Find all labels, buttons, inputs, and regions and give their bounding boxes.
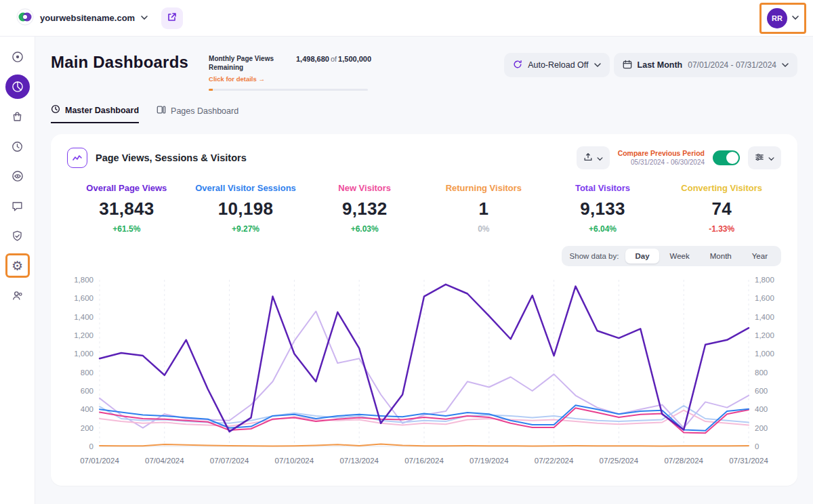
account-menu[interactable]: RR xyxy=(759,3,806,34)
svg-text:1,800: 1,800 xyxy=(755,276,774,284)
chart-area[interactable]: 07/01/202407/04/202407/07/202407/10/2024… xyxy=(67,273,781,474)
svg-text:07/28/2024: 07/28/2024 xyxy=(664,457,703,465)
svg-text:07/16/2024: 07/16/2024 xyxy=(404,457,444,465)
svg-text:1,200: 1,200 xyxy=(755,331,774,339)
tab-pages-dashboard[interactable]: Pages Dashboard xyxy=(157,104,238,123)
svg-text:07/10/2024: 07/10/2024 xyxy=(275,457,314,465)
svg-text:1,000: 1,000 xyxy=(74,350,93,358)
granularity-week[interactable]: Week xyxy=(661,249,699,264)
compare-label: Compare Previous Period xyxy=(618,148,705,158)
svg-text:07/22/2024: 07/22/2024 xyxy=(535,457,574,465)
metric-delta: +9.27% xyxy=(186,224,306,234)
external-link-icon xyxy=(167,12,177,24)
quota-progress-fill xyxy=(209,89,213,91)
compare-range: 05/31/2024 - 06/30/2024 xyxy=(618,158,705,167)
calendar-icon xyxy=(623,60,632,71)
sliders-icon xyxy=(755,152,764,164)
metric-value: 1 xyxy=(424,198,543,219)
shield-check-icon xyxy=(11,230,24,243)
metric-delta: +6.04% xyxy=(543,224,663,234)
main-content: Main Dashboards Monthly Page Views Remai… xyxy=(35,37,813,504)
svg-text:600: 600 xyxy=(755,387,768,395)
chart-svg: 07/01/202407/04/202407/07/202407/10/2024… xyxy=(67,273,781,471)
sidebar-item-settings[interactable]: ⚙ xyxy=(5,253,30,278)
sidebar-item-security[interactable] xyxy=(5,224,30,248)
granularity-year[interactable]: Year xyxy=(743,249,777,264)
svg-text:0: 0 xyxy=(89,442,93,450)
compare-toggle[interactable] xyxy=(713,150,740,165)
tab-master-dashboard[interactable]: Master Dashboard xyxy=(51,104,139,123)
dashboard-pie-icon xyxy=(11,80,24,93)
metric-overall-page-views[interactable]: Overall Page Views 31,843 +61.5% xyxy=(67,183,186,234)
svg-text:07/19/2024: 07/19/2024 xyxy=(470,457,509,465)
metric-delta: +6.03% xyxy=(305,224,424,234)
quota-block: Monthly Page Views Remaining Click for d… xyxy=(209,54,371,91)
svg-text:07/01/2024: 07/01/2024 xyxy=(80,457,119,465)
chart-settings-button[interactable] xyxy=(748,146,781,169)
sidebar-item-history[interactable] xyxy=(5,134,30,159)
metric-delta: -1.33% xyxy=(662,224,781,234)
columns-icon xyxy=(157,105,166,117)
granularity-day[interactable]: Day xyxy=(625,249,659,264)
svg-text:1,000: 1,000 xyxy=(755,350,774,358)
metric-returning-visitors[interactable]: Returning Visitors 1 0% xyxy=(424,183,543,234)
history-icon xyxy=(11,140,24,153)
svg-text:07/25/2024: 07/25/2024 xyxy=(600,457,639,465)
svg-text:07/04/2024: 07/04/2024 xyxy=(145,457,184,465)
metric-label: Overall Page Views xyxy=(67,183,186,193)
open-site-button[interactable] xyxy=(161,7,183,29)
metric-overall-visitor-sessions[interactable]: Overall Visitor Sessions 10,198 +9.27% xyxy=(186,183,306,234)
metric-value: 9,133 xyxy=(543,198,663,219)
svg-text:1,400: 1,400 xyxy=(755,313,774,321)
sidebar-item-store[interactable] xyxy=(5,104,30,129)
metric-label: Returning Visitors xyxy=(424,183,543,193)
disc-icon xyxy=(11,50,24,64)
svg-text:600: 600 xyxy=(81,387,93,395)
sidebar: ⚙ xyxy=(0,37,35,504)
app-logo-icon xyxy=(16,8,34,28)
metric-label: New Visitors xyxy=(305,183,424,193)
export-icon xyxy=(583,152,593,164)
show-data-by-label: Show data by: xyxy=(566,252,625,260)
avatar[interactable]: RR xyxy=(767,8,787,28)
metric-delta: +61.5% xyxy=(67,224,186,234)
sidebar-item-chat[interactable] xyxy=(5,194,30,218)
auto-reload-button[interactable]: Auto-Reload Off xyxy=(504,53,609,77)
line-chart-icon xyxy=(67,148,87,168)
chevron-down-icon xyxy=(782,60,789,70)
svg-text:1,400: 1,400 xyxy=(74,313,93,321)
svg-text:400: 400 xyxy=(81,405,93,413)
sidebar-item-visitors[interactable] xyxy=(5,164,30,188)
svg-text:200: 200 xyxy=(755,424,768,432)
gear-icon: ⚙ xyxy=(12,259,23,272)
metric-value: 10,198 xyxy=(186,198,306,219)
metric-new-visitors[interactable]: New Visitors 9,132 +6.03% xyxy=(305,183,424,234)
svg-text:07/13/2024: 07/13/2024 xyxy=(339,457,379,465)
svg-text:0: 0 xyxy=(755,442,759,450)
metric-converting-visitors[interactable]: Converting Visitors 74 -1.33% xyxy=(662,183,781,234)
quota-progress-bar xyxy=(209,89,368,91)
chat-icon xyxy=(11,200,24,213)
svg-text:07/07/2024: 07/07/2024 xyxy=(210,457,249,465)
metric-label: Total Visitors xyxy=(543,183,663,193)
date-range-button[interactable]: Last Month 07/01/2024 - 07/31/2024 xyxy=(614,53,797,77)
shopping-bag-icon xyxy=(11,110,24,123)
metric-value: 9,132 xyxy=(305,198,424,219)
quota-details-link[interactable]: Click for details → xyxy=(209,75,265,83)
show-data-by-control: Show data by: Day Week Month Year xyxy=(562,246,781,266)
sidebar-item-users[interactable] xyxy=(5,283,30,308)
svg-text:1,200: 1,200 xyxy=(74,331,93,339)
svg-text:07/31/2024: 07/31/2024 xyxy=(729,457,768,465)
svg-text:1,600: 1,600 xyxy=(755,294,774,302)
metric-total-visitors[interactable]: Total Visitors 9,133 +6.04% xyxy=(543,183,663,234)
tab-label: Pages Dashboard xyxy=(171,106,238,116)
export-button[interactable] xyxy=(577,146,610,169)
sidebar-item-dashboards[interactable] xyxy=(5,75,30,99)
sidebar-item-overview[interactable] xyxy=(5,45,30,69)
refresh-icon xyxy=(513,60,522,71)
metric-value: 31,843 xyxy=(67,198,186,219)
granularity-month[interactable]: Month xyxy=(701,249,741,264)
chevron-down-icon xyxy=(768,153,774,163)
date-range-value: 07/01/2024 - 07/31/2024 xyxy=(688,60,776,70)
site-switcher[interactable]: yourwebsitename.com xyxy=(9,4,154,33)
